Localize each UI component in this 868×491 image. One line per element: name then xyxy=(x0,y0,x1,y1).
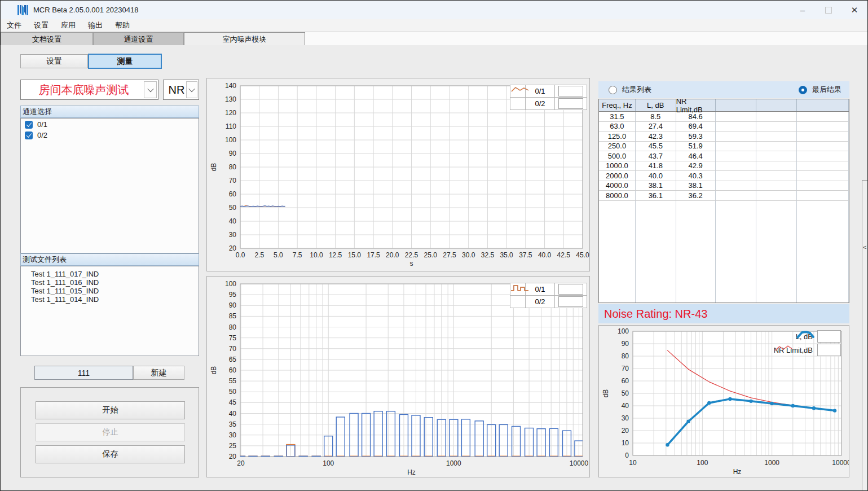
table-cell: 36.1 xyxy=(636,191,676,201)
table-cell xyxy=(676,300,716,304)
test-type-combobox[interactable]: 房间本底噪声测试 xyxy=(20,80,158,100)
checkbox-checked-icon[interactable] xyxy=(25,121,33,129)
test-file-item[interactable]: Test 1_111_014_IND xyxy=(21,295,199,304)
table-row[interactable]: 125.042.359.3 xyxy=(599,131,849,142)
legend-row-L, dB[interactable]: L, dB xyxy=(796,330,841,343)
channel-list: 0/10/2 xyxy=(20,118,199,253)
collapse-panel-handle[interactable]: < xyxy=(862,180,868,491)
svg-text:75: 75 xyxy=(229,334,237,342)
table-cell: 42.9 xyxy=(676,161,716,172)
menu-item-1[interactable]: 设置 xyxy=(28,19,55,32)
svg-text:90: 90 xyxy=(229,150,237,157)
channel-item-0/1[interactable]: 0/1 xyxy=(21,119,199,129)
spectrum-chart: 2025303540455055606570758085909510020100… xyxy=(206,276,590,477)
table-cell xyxy=(676,290,716,300)
tab-measure[interactable]: 测量 xyxy=(88,54,162,69)
main-tab-1[interactable]: 通道设置 xyxy=(93,32,184,46)
close-button[interactable]: ✕ xyxy=(841,1,867,19)
table-cell: 4000.0 xyxy=(599,181,636,191)
table-cell xyxy=(676,221,716,231)
channel-label: 0/2 xyxy=(37,131,47,139)
chevron-down-icon[interactable] xyxy=(186,81,197,98)
table-cell xyxy=(797,230,849,240)
svg-text:10: 10 xyxy=(622,439,629,447)
svg-text:Hz: Hz xyxy=(407,468,416,476)
svg-text:Hz: Hz xyxy=(733,468,742,476)
svg-text:70: 70 xyxy=(229,177,237,185)
table-cell: 69.4 xyxy=(676,122,716,132)
table-cell xyxy=(797,250,849,260)
main-tab-0[interactable]: 文档设置 xyxy=(1,32,93,46)
chevron-down-icon[interactable] xyxy=(144,81,157,98)
table-cell xyxy=(716,122,757,132)
table-row[interactable]: 63.027.469.4 xyxy=(599,122,849,132)
checkbox-checked-icon[interactable] xyxy=(25,131,33,139)
result-list-label: 结果列表 xyxy=(622,85,651,95)
table-cell xyxy=(756,260,797,270)
table-cell xyxy=(716,250,757,260)
svg-text:10000: 10000 xyxy=(570,459,589,467)
svg-text:95: 95 xyxy=(229,291,237,299)
minimize-button[interactable]: – xyxy=(790,1,816,19)
table-cell xyxy=(599,290,636,300)
table-header-cell: Freq., Hz xyxy=(599,99,636,111)
table-cell xyxy=(797,122,849,132)
test-file-item[interactable]: Test 1_111_016_IND xyxy=(21,278,199,287)
maximize-button[interactable] xyxy=(816,1,841,19)
table-cell xyxy=(599,250,636,260)
table-row[interactable]: 250.045.551.9 xyxy=(599,142,849,152)
client-area: 设置 测量 房间本底噪声测试 NR 通道选择 0/10/2 测试文件列表 Tes… xyxy=(1,45,868,491)
menu-item-4[interactable]: 帮助 xyxy=(109,19,136,32)
table-cell xyxy=(756,240,797,251)
last-result-radio[interactable] xyxy=(799,86,807,94)
test-name-input[interactable] xyxy=(34,366,133,380)
svg-text:30.0: 30.0 xyxy=(462,251,475,259)
table-row[interactable]: 2000.040.040.3 xyxy=(599,171,849,181)
legend-row-0/2[interactable]: 0/2 xyxy=(510,295,587,308)
channel-item-0/2[interactable]: 0/2 xyxy=(21,129,199,140)
svg-text:17.5: 17.5 xyxy=(367,251,380,259)
legend-row-NR Limit,dB[interactable]: NR Limit,dB xyxy=(774,344,841,356)
stop-button[interactable]: 停止 xyxy=(36,423,185,441)
new-button[interactable]: 新建 xyxy=(133,366,184,380)
table-row[interactable]: 8000.036.136.2 xyxy=(599,191,849,201)
table-row[interactable]: 1000.041.842.9 xyxy=(599,161,849,172)
table-row[interactable]: 4000.038.138.1 xyxy=(599,181,849,191)
test-file-item[interactable]: Test 1_111_015_IND xyxy=(21,287,199,295)
svg-text:100: 100 xyxy=(225,280,236,288)
save-button[interactable]: 保存 xyxy=(36,445,185,463)
start-button[interactable]: 开始 xyxy=(36,401,185,419)
svg-text:10: 10 xyxy=(629,459,637,467)
table-cell: 42.3 xyxy=(636,131,676,142)
table-cell: 1000.0 xyxy=(599,161,636,172)
table-cell xyxy=(756,250,797,260)
main-tab-2[interactable]: 室内噪声模块 xyxy=(184,32,305,46)
table-cell xyxy=(716,171,757,181)
result-list-radio[interactable] xyxy=(609,86,617,94)
legend-row-0/2[interactable]: 0/2 xyxy=(510,97,587,109)
table-cell: 27.4 xyxy=(636,122,676,132)
menu-item-3[interactable]: 输出 xyxy=(82,19,109,32)
table-row[interactable]: 500.043.746.4 xyxy=(599,151,849,161)
test-file-item[interactable]: Test 1_111_017_IND xyxy=(21,270,199,278)
menu-item-0[interactable]: 文件 xyxy=(1,19,28,32)
tab-settings[interactable]: 设置 xyxy=(20,54,88,68)
rating-type-combobox[interactable]: NR xyxy=(163,80,199,100)
test-type-value: 房间本底噪声测试 xyxy=(21,80,158,99)
table-cell xyxy=(756,171,797,181)
table-cell xyxy=(756,181,797,191)
svg-text:20: 20 xyxy=(622,427,629,435)
table-cell xyxy=(756,142,797,152)
table-cell xyxy=(716,191,757,201)
table-cell: 125.0 xyxy=(599,131,636,142)
table-cell: 40.3 xyxy=(676,171,716,181)
menu-item-2[interactable]: 应用 xyxy=(55,19,82,32)
table-cell xyxy=(636,260,676,270)
table-cell xyxy=(756,161,797,172)
time-history-chart: 0.02.55.07.510.012.515.017.520.022.525.0… xyxy=(206,78,590,271)
last-result-label: 最后结果 xyxy=(812,85,841,95)
table-row[interactable]: 31.58.584.6 xyxy=(599,112,849,122)
table-cell xyxy=(756,270,797,280)
table-empty-row xyxy=(599,260,849,270)
table-cell: 2000.0 xyxy=(599,171,636,181)
